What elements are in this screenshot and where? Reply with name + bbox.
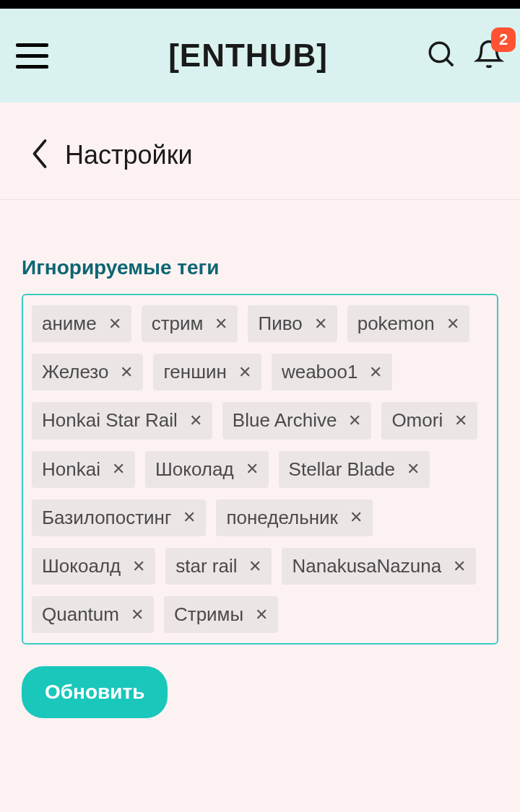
ignored-tags-container[interactable]: аниме✕стрим✕Пиво✕pokemon✕Железо✕геншин✕w… <box>22 294 498 645</box>
update-button[interactable]: Обновить <box>22 666 168 718</box>
tag-chip: Пиво✕ <box>248 305 337 342</box>
tag-chip: понедельник✕ <box>216 499 373 536</box>
back-button[interactable] <box>30 139 49 172</box>
tag-label: Базилопостинг <box>42 507 171 529</box>
tag-remove-icon[interactable]: ✕ <box>118 364 134 380</box>
tag-label: Honkai <box>42 458 100 481</box>
tag-chip: Стримы✕ <box>164 596 278 633</box>
tag-label: Шокоалд <box>42 555 121 577</box>
tag-label: стрим <box>152 313 204 335</box>
header: [ENTHUB] 2 <box>0 9 520 102</box>
breadcrumb: Настройки <box>0 102 520 200</box>
tag-remove-icon[interactable]: ✕ <box>453 413 469 429</box>
tag-chip: стрим✕ <box>142 305 238 342</box>
tag-remove-icon[interactable]: ✕ <box>247 559 263 575</box>
svg-point-0 <box>430 43 448 61</box>
tag-remove-icon[interactable]: ✕ <box>107 316 123 332</box>
tag-remove-icon[interactable]: ✕ <box>213 316 229 332</box>
tag-remove-icon[interactable]: ✕ <box>131 559 147 575</box>
tag-remove-icon[interactable]: ✕ <box>254 607 269 623</box>
tag-remove-icon[interactable]: ✕ <box>313 316 329 332</box>
hamburger-line <box>16 54 48 58</box>
tag-chip: Базилопостинг✕ <box>32 499 206 536</box>
tag-label: weaboo1 <box>282 361 358 383</box>
tag-chip: NanakusaNazuna✕ <box>282 548 476 585</box>
tag-remove-icon[interactable]: ✕ <box>244 461 260 477</box>
tag-chip: Blue Archive✕ <box>222 402 372 439</box>
tag-chip: weaboo1✕ <box>272 354 393 390</box>
tag-label: star rail <box>176 555 237 577</box>
tag-label: Quantum <box>42 603 119 626</box>
tag-chip: Stellar Blade✕ <box>279 451 430 488</box>
tag-chip: Железо✕ <box>32 354 143 390</box>
tag-chip: аниме✕ <box>32 305 131 342</box>
tag-label: Пиво <box>258 313 302 335</box>
tag-label: pokemon <box>358 313 435 335</box>
tag-chip: Omori✕ <box>381 402 477 439</box>
tag-remove-icon[interactable]: ✕ <box>110 461 126 477</box>
hamburger-line <box>16 43 48 47</box>
content: Игнорируемые теги аниме✕стрим✕Пиво✕pokem… <box>0 200 520 733</box>
tag-remove-icon[interactable]: ✕ <box>129 607 145 623</box>
tag-remove-icon[interactable]: ✕ <box>405 461 421 477</box>
tag-remove-icon[interactable]: ✕ <box>348 510 364 525</box>
tag-remove-icon[interactable]: ✕ <box>181 510 197 525</box>
tag-chip: Шокоалд✕ <box>32 548 155 585</box>
logo[interactable]: [ENTHUB] <box>83 38 413 74</box>
tag-label: Стримы <box>174 603 243 626</box>
header-actions: 2 <box>426 39 504 72</box>
notifications-button[interactable]: 2 <box>474 39 504 72</box>
tag-remove-icon[interactable]: ✕ <box>368 364 384 380</box>
tag-label: Omori <box>391 409 443 432</box>
tag-remove-icon[interactable]: ✕ <box>188 413 204 429</box>
page-title: Настройки <box>65 140 193 170</box>
notification-badge: 2 <box>491 27 516 52</box>
tag-label: Stellar Blade <box>289 458 395 481</box>
tag-label: понедельник <box>226 507 338 529</box>
svg-line-1 <box>446 59 451 64</box>
tag-remove-icon[interactable]: ✕ <box>237 364 253 380</box>
tag-label: аниме <box>42 313 97 335</box>
tag-label: Шоколад <box>155 458 234 481</box>
section-title: Игнорируемые теги <box>22 256 498 279</box>
search-icon <box>426 39 456 69</box>
tag-remove-icon[interactable]: ✕ <box>347 413 363 429</box>
menu-button[interactable] <box>16 43 48 69</box>
tag-remove-icon[interactable]: ✕ <box>451 559 467 575</box>
tag-label: NanakusaNazuna <box>292 555 441 577</box>
search-button[interactable] <box>426 39 456 72</box>
tag-chip: Honkai✕ <box>32 451 135 488</box>
hamburger-line <box>16 65 48 69</box>
svg-point-2 <box>451 64 454 66</box>
tag-label: Honkai Star Rail <box>42 409 178 432</box>
tag-chip: star rail✕ <box>165 548 272 585</box>
tag-label: Железо <box>42 361 108 383</box>
status-bar <box>0 0 520 9</box>
tag-chip: Honkai Star Rail✕ <box>32 402 212 439</box>
tag-chip: Шоколад✕ <box>145 451 269 488</box>
tag-remove-icon[interactable]: ✕ <box>445 316 461 332</box>
chevron-left-icon <box>30 139 49 169</box>
tag-label: геншин <box>163 361 226 383</box>
tag-chip: геншин✕ <box>153 354 261 390</box>
tag-chip: Quantum✕ <box>32 596 154 633</box>
tag-chip: pokemon✕ <box>347 305 469 342</box>
tag-label: Blue Archive <box>233 409 337 432</box>
